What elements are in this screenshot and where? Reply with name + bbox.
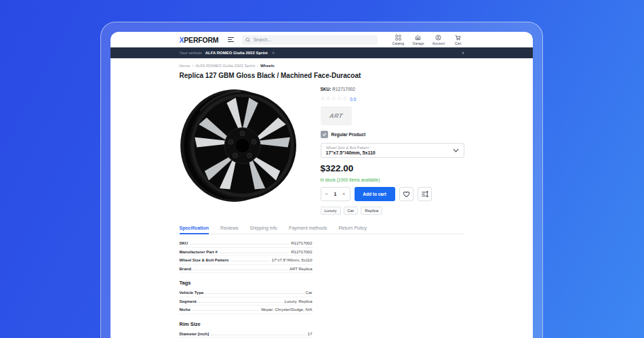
stock-status: In stock (1000 items available) bbox=[321, 177, 464, 182]
spec-row: SegmentLuxury, Replica bbox=[180, 297, 313, 306]
storefront-window: XPERFORM Catalog Garage bbox=[110, 32, 533, 338]
menu-icon[interactable] bbox=[228, 37, 234, 42]
nav-cart[interactable]: Cart bbox=[452, 35, 464, 45]
section-heading-tags: Tags bbox=[180, 280, 313, 286]
tab-return-policy[interactable]: Return Policy bbox=[338, 224, 367, 234]
nav-garage-label: Garage bbox=[412, 41, 424, 45]
app-header: XPERFORM Catalog Garage bbox=[110, 32, 533, 47]
tab-shipping-info[interactable]: Shipping info bbox=[250, 224, 277, 234]
wheel-image bbox=[174, 82, 307, 209]
nav-catalog-label: Catalog bbox=[393, 41, 405, 45]
vehicle-bar-prefix: Your vehicle: bbox=[180, 51, 203, 55]
tab-reviews[interactable]: Reviews bbox=[220, 224, 238, 234]
compare-icon bbox=[421, 190, 428, 198]
account-icon bbox=[435, 35, 441, 41]
header-nav: Catalog Garage Account Cart bbox=[391, 35, 464, 45]
chevron-down-icon bbox=[453, 148, 459, 152]
chevron-right-icon[interactable]: › bbox=[462, 50, 464, 56]
purchase-controls: − 1 + Add to cart bbox=[321, 187, 464, 201]
quantity-stepper: − 1 + bbox=[321, 187, 350, 201]
spec-row: NicheMopar: Chrysler/Dodge, N/A bbox=[180, 305, 313, 314]
quantity-value: 1 bbox=[334, 192, 337, 196]
checkbox-checked-icon[interactable] bbox=[321, 131, 328, 138]
breadcrumb-home[interactable]: Home bbox=[180, 64, 190, 68]
brand-logo-text: ART bbox=[329, 112, 344, 119]
sku-value: R12717002 bbox=[332, 87, 355, 91]
nav-account[interactable]: Account bbox=[431, 35, 446, 45]
select-label: Wheel Size & Bolt Pattern bbox=[326, 146, 371, 150]
spec-row: Vehicle TypeCar bbox=[180, 289, 313, 297]
product-info: SKU: R12717002 ☆☆☆☆☆ 0.0 ART Regular Pro… bbox=[321, 82, 464, 215]
specification-table: SKUR12717002 Manufacturer Part #R1271700… bbox=[180, 239, 313, 338]
star-rating-icons: ☆☆☆☆☆ bbox=[321, 96, 348, 102]
tab-payment-methods[interactable]: Payment methods bbox=[289, 224, 327, 234]
spec-row: BrandART Replica bbox=[180, 265, 313, 274]
rating-row: ☆☆☆☆☆ 0.0 bbox=[321, 96, 464, 102]
tab-specification[interactable]: Specification bbox=[180, 224, 209, 234]
wishlist-button[interactable] bbox=[399, 187, 414, 201]
section-heading-rim-size: Rim Size bbox=[180, 321, 313, 327]
garage-icon bbox=[415, 35, 421, 41]
breadcrumb-current: Wheels bbox=[260, 64, 275, 68]
compare-button[interactable] bbox=[418, 187, 432, 201]
cart-icon bbox=[455, 35, 461, 41]
select-value: 17"x7.5"/40mm, 5x110 bbox=[326, 150, 376, 155]
logo-text: PERFORM bbox=[184, 36, 218, 44]
sku-line: SKU: R12717002 bbox=[321, 87, 464, 91]
heart-icon bbox=[403, 190, 410, 198]
add-to-cart-button[interactable]: Add to cart bbox=[355, 187, 395, 201]
nav-garage[interactable]: Garage bbox=[411, 35, 425, 45]
spec-row: SKUR12717002 bbox=[180, 239, 313, 248]
tag-list: Luxury Car Replica bbox=[321, 207, 464, 215]
logo[interactable]: XPERFORM bbox=[180, 36, 219, 44]
price: $322.00 bbox=[321, 163, 464, 173]
vehicle-bar: Your vehicle: ALFA ROMEO Giulia 2022 Spr… bbox=[110, 47, 533, 58]
tab-bar: Specification Reviews Shipping info Paym… bbox=[180, 224, 464, 234]
spec-row: Diameter [inch]17 bbox=[180, 330, 313, 338]
nav-account-label: Account bbox=[432, 41, 444, 45]
breadcrumb-vehicle[interactable]: ALFA ROMEO Giulia 2022 Sprint bbox=[195, 64, 255, 68]
quantity-decrease-button[interactable]: − bbox=[325, 192, 329, 197]
breadcrumb: Home ALFA ROMEO Giulia 2022 Sprint Wheel… bbox=[180, 64, 464, 68]
spec-row: Manufacturer Part #R12717002 bbox=[180, 248, 313, 257]
quantity-increase-button[interactable]: + bbox=[342, 192, 346, 197]
catalog-grid-icon bbox=[395, 35, 401, 41]
regular-product-row: Regular Product bbox=[321, 131, 464, 138]
tag-replica[interactable]: Replica bbox=[361, 207, 382, 215]
search-icon bbox=[245, 37, 251, 43]
tag-luxury[interactable]: Luxury bbox=[321, 207, 341, 215]
spec-row: Wheel Size & Bolt Pattern17"x7.5"/40mm, … bbox=[180, 256, 313, 265]
product-image[interactable] bbox=[180, 82, 313, 215]
rating-value[interactable]: 0.0 bbox=[350, 97, 356, 102]
vehicle-name[interactable]: ALFA ROMEO Giulia 2022 Sprint bbox=[205, 51, 268, 55]
remove-vehicle-icon[interactable]: ✕ bbox=[272, 51, 275, 55]
wheel-size-select[interactable]: Wheel Size & Bolt Pattern 17"x7.5"/40mm,… bbox=[321, 143, 464, 158]
tag-car[interactable]: Car bbox=[344, 207, 359, 215]
regular-product-label: Regular Product bbox=[331, 132, 366, 137]
sku-label: SKU: bbox=[321, 87, 331, 91]
brand-logo[interactable]: ART bbox=[321, 106, 352, 125]
page-title: Replica 127 GBM Gloss Black / Machined F… bbox=[180, 72, 464, 79]
product-area: SKU: R12717002 ☆☆☆☆☆ 0.0 ART Regular Pro… bbox=[180, 82, 464, 215]
search-bar[interactable] bbox=[242, 35, 378, 45]
nav-catalog[interactable]: Catalog bbox=[391, 35, 405, 45]
nav-cart-label: Cart bbox=[455, 41, 462, 45]
search-input[interactable] bbox=[254, 37, 374, 42]
